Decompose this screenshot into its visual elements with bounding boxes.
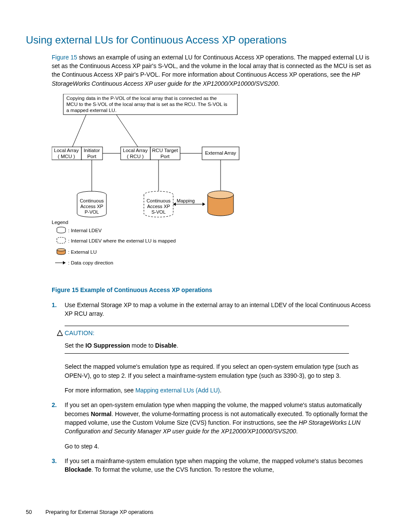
svg-text:( RCU ): ( RCU ) bbox=[127, 154, 144, 159]
caution-icon bbox=[57, 330, 63, 339]
svg-marker-46 bbox=[63, 261, 65, 264]
footer-section-title: Preparing for External Storage XP operat… bbox=[45, 509, 153, 515]
svg-text:Mapping: Mapping bbox=[177, 198, 195, 203]
diagram-figure: Copying data in the P-VOL of the local a… bbox=[52, 94, 375, 281]
page-footer: 50 Preparing for External Storage XP ope… bbox=[26, 508, 385, 516]
step-3-text-a: If you set a mainframe-system emulation … bbox=[65, 457, 363, 464]
svg-line-4 bbox=[72, 115, 86, 147]
svg-text:Continuous: Continuous bbox=[80, 198, 104, 203]
trailing-period: . bbox=[278, 80, 280, 87]
svg-text:MCU to the S-VOL of the local : MCU to the S-VOL of the local array that… bbox=[66, 102, 227, 107]
intro-text: shows an example of using an external LU… bbox=[52, 54, 371, 78]
step-3: 3. If you set a mainframe-system emulati… bbox=[52, 457, 375, 474]
svg-text:Access XP: Access XP bbox=[147, 204, 170, 209]
step-3-bold: Blockade bbox=[65, 466, 91, 473]
step-1-continuation-2: For more information, see Mapping extern… bbox=[65, 386, 375, 395]
svg-text:: Internal LDEV: : Internal LDEV bbox=[68, 228, 102, 233]
step-number-2: 2. bbox=[52, 401, 62, 409]
caution-bold-1: IO Suppression bbox=[85, 342, 130, 349]
svg-text:Initiator: Initiator bbox=[84, 148, 100, 153]
more-info-suffix: . bbox=[220, 387, 221, 394]
step-3-text-c: . To format the volume, use the CVS func… bbox=[91, 466, 274, 473]
svg-text:a mapped external LU.: a mapped external LU. bbox=[66, 108, 116, 113]
svg-text:: Internal LDEV where the exte: : Internal LDEV where the external LU is… bbox=[68, 238, 176, 243]
step-2-bold: Normal bbox=[91, 411, 112, 417]
svg-text:Local Array: Local Array bbox=[54, 148, 79, 153]
caution-label: CAUTION: bbox=[65, 330, 94, 336]
svg-marker-36 bbox=[202, 202, 205, 206]
svg-text:: Data copy direction: : Data copy direction bbox=[68, 260, 113, 265]
step-number-1: 1. bbox=[52, 301, 62, 309]
svg-point-43 bbox=[57, 249, 65, 251]
step-2-goto: Go to step 4. bbox=[65, 442, 375, 451]
svg-text:Legend: Legend bbox=[52, 220, 68, 225]
svg-text:Local Array: Local Array bbox=[123, 148, 148, 153]
step-2-text-d: . bbox=[296, 428, 298, 435]
step-2: 2. If you set an open-system emulation t… bbox=[52, 401, 375, 450]
step-1: 1. Use External Storage XP to map a volu… bbox=[52, 301, 375, 395]
page-number: 50 bbox=[26, 508, 44, 516]
svg-marker-37 bbox=[173, 202, 176, 206]
figure-15-link[interactable]: Figure 15 bbox=[52, 54, 77, 61]
svg-text:Continuous: Continuous bbox=[146, 198, 171, 203]
step-1-continuation-1: Select the mapped volume's emulation typ… bbox=[65, 362, 375, 380]
step-1-text: Use External Storage XP to map a volume … bbox=[65, 302, 371, 317]
intro-paragraph: Figure 15 shows an example of using an e… bbox=[52, 53, 375, 474]
step-number-3: 3. bbox=[52, 457, 62, 465]
section-heading: Using external LUs for Continuous Access… bbox=[26, 33, 385, 48]
caution-text-1: Set the bbox=[65, 342, 85, 349]
mapping-external-lus-link[interactable]: Mapping external LUs (Add LU) bbox=[135, 387, 220, 394]
svg-text:( MCU ): ( MCU ) bbox=[58, 154, 75, 159]
more-info-prefix: For more information, see bbox=[65, 387, 135, 394]
svg-text:Port: Port bbox=[87, 154, 97, 159]
svg-text:Access XP: Access XP bbox=[80, 204, 103, 209]
svg-text:RCU Target: RCU Target bbox=[152, 148, 178, 153]
svg-text:P-VOL: P-VOL bbox=[84, 209, 99, 215]
caution-bold-2: Disable bbox=[155, 342, 177, 349]
svg-text:Copying data in the P-VOL of t: Copying data in the P-VOL of the local a… bbox=[66, 96, 217, 101]
svg-marker-48 bbox=[57, 330, 62, 336]
svg-point-34 bbox=[208, 191, 234, 199]
svg-text:Port: Port bbox=[160, 154, 170, 159]
svg-text:External Array: External Array bbox=[205, 150, 236, 156]
svg-line-5 bbox=[116, 115, 138, 147]
figure-caption: Figure 15 Example of Continuous Access X… bbox=[52, 286, 375, 294]
svg-text:: External LU: : External LU bbox=[68, 249, 97, 255]
continuous-access-diagram: Copying data in the P-VOL of the local a… bbox=[52, 94, 267, 279]
svg-text:S-VOL: S-VOL bbox=[151, 209, 165, 215]
caution-text-2: mode to bbox=[130, 342, 155, 349]
caution-block: CAUTION: Set the IO Suppression mode to … bbox=[65, 326, 375, 354]
caution-text-3: . bbox=[177, 342, 178, 349]
